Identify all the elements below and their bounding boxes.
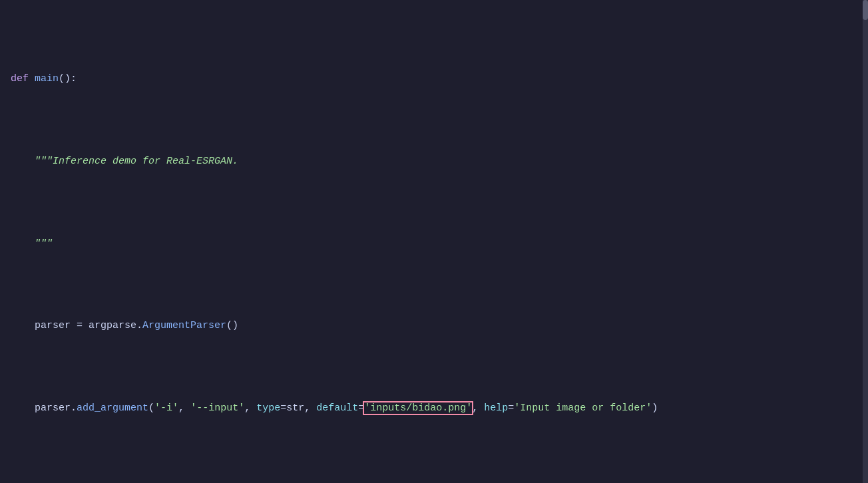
str-help-5: 'Input image or folder' bbox=[514, 402, 652, 414]
code-line-5: parser.add_argument('-i', '--input', typ… bbox=[0, 401, 868, 417]
function-main: main bbox=[35, 73, 59, 84]
var-parser: parser bbox=[35, 320, 71, 331]
p1: ( bbox=[148, 402, 154, 414]
code-line-1: def main(): bbox=[0, 71, 868, 88]
var-parser-5: parser bbox=[35, 402, 71, 414]
param-default-5: default bbox=[316, 402, 358, 414]
dot: . bbox=[136, 320, 142, 331]
code-editor: def main(): """Inference demo for Real-E… bbox=[0, 0, 868, 483]
scrollbar-thumb[interactable] bbox=[863, 0, 868, 20]
str-input: '--input' bbox=[190, 402, 244, 414]
code-line-4: parser = argparse.ArgumentParser() bbox=[0, 318, 868, 335]
eq3-5: = bbox=[508, 402, 514, 414]
method-add-arg-5: add_argument bbox=[77, 402, 148, 414]
param-help-5: help bbox=[484, 402, 508, 414]
module-argparse: argparse bbox=[89, 320, 136, 331]
docstring-close: """ bbox=[35, 238, 53, 249]
close-5: ) bbox=[652, 402, 658, 414]
code-line-3: """ bbox=[0, 236, 868, 253]
str-i: '-i' bbox=[154, 402, 178, 414]
scrollbar[interactable] bbox=[863, 0, 868, 483]
c3: , bbox=[472, 402, 484, 414]
keyword-def: def bbox=[11, 73, 29, 84]
fn-argumentparser: ArgumentParser bbox=[142, 320, 226, 331]
param-type-5: type bbox=[256, 402, 280, 414]
code-line-2: """Inference demo for Real-ESRGAN. bbox=[0, 154, 868, 170]
eq-5: =str, bbox=[280, 402, 316, 414]
code-content: def main(): """Inference demo for Real-E… bbox=[0, 0, 868, 483]
c1: , bbox=[178, 402, 190, 414]
parens: () bbox=[226, 320, 238, 331]
c2: , bbox=[244, 402, 256, 414]
punct: (): bbox=[59, 73, 77, 84]
docstring-open: """Inference demo for Real-ESRGAN. bbox=[35, 156, 238, 167]
dot-5: . bbox=[71, 402, 77, 414]
assign: = bbox=[71, 320, 89, 331]
eq2-5: = bbox=[358, 402, 364, 414]
str-inputs-bidao: 'inputs/bidao.png' bbox=[364, 402, 472, 414]
